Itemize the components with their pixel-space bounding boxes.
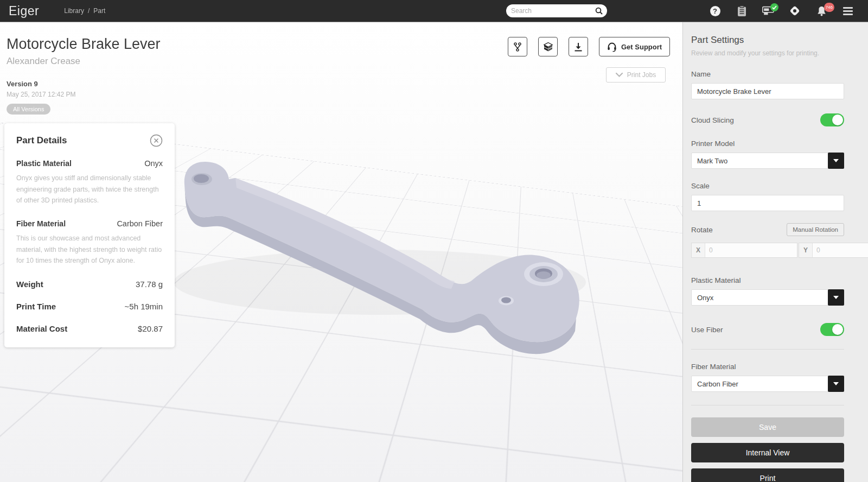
use-fiber-label: Use Fiber	[691, 326, 723, 334]
breadcrumb-part[interactable]: Part	[93, 7, 105, 15]
name-field[interactable]	[691, 83, 844, 99]
topbar-icon-group: ?	[709, 0, 854, 22]
part-settings-panel: Part Settings Review and modify your set…	[682, 22, 868, 482]
fork-part-button[interactable]	[508, 37, 527, 56]
scale-field[interactable]	[691, 195, 844, 211]
part-version: Version 9	[7, 80, 161, 88]
part-settings-subtitle: Review and modify your settings for prin…	[691, 49, 844, 57]
fiber-material-select-label: Fiber Material	[691, 363, 844, 371]
chevron-down-icon	[616, 73, 623, 77]
material-cost-label: Material Cost	[16, 324, 67, 333]
print-jobs-dropdown[interactable]: Print Jobs	[606, 67, 666, 83]
part-author: Alexander Crease	[7, 56, 161, 67]
fiber-material-value: Carbon Fiber	[117, 219, 163, 228]
hamburger-menu-icon[interactable]	[842, 5, 854, 17]
breadcrumb: Library / Part	[64, 7, 105, 15]
rotate-x-field[interactable]	[705, 243, 797, 257]
printer-model-select[interactable]: Mark Two	[691, 153, 844, 169]
plastic-material-description: Onyx gives you stiff and dimensionally s…	[16, 173, 163, 206]
plastic-material-value: Onyx	[144, 159, 163, 168]
cloud-slicing-label: Cloud Slicing	[691, 116, 734, 124]
save-button[interactable]: Save	[691, 417, 844, 437]
plastic-material-select-label: Plastic Material	[691, 276, 844, 284]
download-icon	[574, 42, 583, 52]
close-icon[interactable]	[150, 134, 163, 147]
dropdown-arrow-icon	[828, 153, 844, 169]
view-slices-button[interactable]	[538, 37, 558, 56]
part-toolbar: Get Support	[508, 37, 670, 56]
part-details-title: Part Details	[16, 135, 67, 146]
weight-label: Weight	[16, 280, 43, 289]
fork-icon	[513, 42, 522, 52]
rotate-y-label: Y	[799, 246, 812, 254]
name-label: Name	[691, 70, 844, 78]
download-button[interactable]	[569, 37, 588, 56]
notification-count-badge: 746	[824, 3, 834, 12]
plastic-material-select-value: Onyx	[697, 294, 713, 302]
material-cost-value: $20.87	[138, 324, 163, 333]
part-settings-title: Part Settings	[691, 35, 844, 46]
print-time-label: Print Time	[16, 302, 56, 311]
part-version-date: May 25, 2017 12:42 PM	[7, 91, 161, 98]
search-icon[interactable]	[595, 7, 603, 15]
cloud-slicing-toggle[interactable]	[820, 113, 844, 126]
manual-rotation-button[interactable]: Manual Rotation	[787, 223, 844, 236]
all-versions-button[interactable]: All Versions	[7, 104, 50, 115]
rotate-xyz-group: X Y Z	[691, 243, 844, 258]
print-time-value: ~5h 19min	[125, 302, 163, 311]
breadcrumb-library[interactable]: Library	[64, 7, 84, 15]
clipboard-icon[interactable]	[736, 5, 748, 17]
get-support-button[interactable]: Get Support	[599, 37, 670, 56]
3d-viewport[interactable]: Motorcycle Brake Lever Alexander Crease …	[0, 22, 682, 482]
fiber-material-select[interactable]: Carbon Fiber	[691, 376, 844, 392]
search-input[interactable]	[511, 7, 595, 15]
printer-model-label: Printer Model	[691, 139, 844, 148]
scale-label: Scale	[691, 182, 844, 190]
dropdown-arrow-icon	[828, 289, 844, 306]
print-button[interactable]: Print	[691, 468, 844, 482]
eiger-logo[interactable]: Eiger	[9, 4, 39, 18]
fiber-material-select-value: Carbon Fiber	[697, 380, 738, 388]
get-support-label: Get Support	[621, 43, 662, 51]
help-icon[interactable]: ?	[709, 5, 721, 17]
print-jobs-label: Print Jobs	[627, 71, 656, 79]
divider	[691, 349, 844, 350]
printer-status-icon[interactable]	[762, 5, 774, 17]
printer-ok-check-icon	[770, 3, 778, 11]
part-details-card: Part Details Plastic Material Onyx Onyx …	[4, 123, 175, 347]
dropdown-arrow-icon	[828, 376, 844, 392]
internal-view-button[interactable]: Internal View	[691, 443, 844, 462]
rotate-label: Rotate	[691, 226, 713, 234]
plastic-material-select[interactable]: Onyx	[691, 289, 844, 306]
headset-icon	[607, 42, 617, 52]
use-fiber-toggle[interactable]	[820, 323, 844, 336]
weight-value: 37.78 g	[136, 280, 163, 289]
search-bar[interactable]	[506, 4, 607, 17]
divider	[691, 405, 844, 405]
cube-layers-icon	[543, 42, 553, 52]
rotate-x-label: X	[692, 246, 705, 254]
fiber-material-description: This is our showcase and most advanced m…	[16, 233, 163, 267]
fiber-material-label: Fiber Material	[16, 219, 66, 228]
rotate-y-field[interactable]	[812, 243, 868, 257]
printer-model-value: Mark Two	[697, 157, 727, 165]
top-navigation-bar: Eiger Library / Part ?	[0, 0, 868, 22]
page-title: Motorcycle Brake Lever	[7, 36, 161, 53]
plastic-material-label: Plastic Material	[16, 159, 72, 168]
material-gem-icon[interactable]	[789, 5, 801, 17]
part-header: Motorcycle Brake Lever Alexander Crease …	[7, 36, 161, 115]
breadcrumb-separator: /	[88, 7, 90, 15]
notifications-bell-icon[interactable]: 746	[815, 5, 827, 17]
